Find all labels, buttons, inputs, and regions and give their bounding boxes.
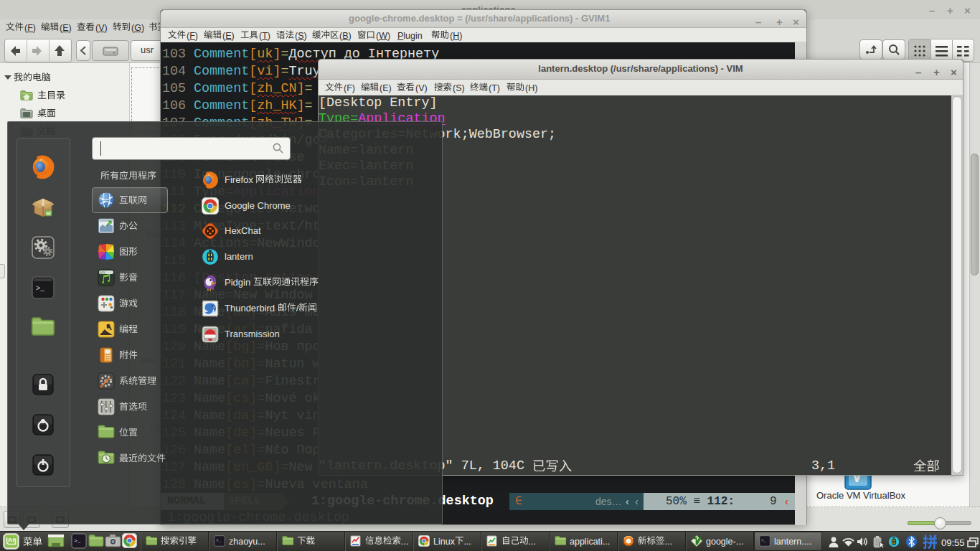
svg-text:>_: >_ xyxy=(761,538,766,543)
svg-text:((((: (((( xyxy=(100,270,105,275)
svg-text:>_: >_ xyxy=(36,285,45,293)
svg-text:>_: >_ xyxy=(74,537,81,544)
svg-text:>_: >_ xyxy=(216,538,221,543)
